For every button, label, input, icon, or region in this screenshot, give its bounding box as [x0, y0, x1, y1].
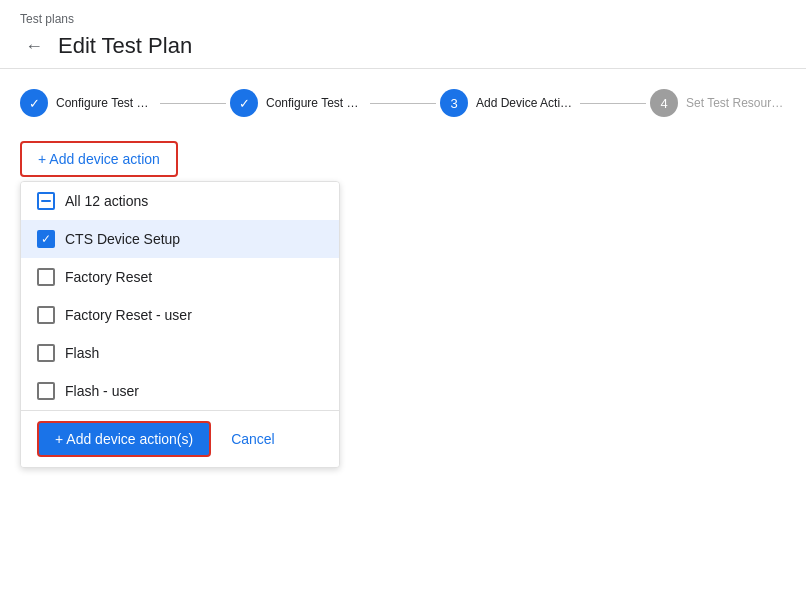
dropdown-scroll-container: All 12 actions ✓ CTS Device Setup Factor…	[21, 182, 339, 410]
cancel-button[interactable]: Cancel	[219, 423, 287, 455]
dropdown-list: All 12 actions ✓ CTS Device Setup Factor…	[21, 182, 339, 410]
item-label-factory-user: Factory Reset - user	[65, 307, 192, 323]
step-4: 4 Set Test Resourc...	[650, 89, 786, 117]
step-4-label: Set Test Resourc...	[686, 96, 786, 110]
checkbox-factory-user	[37, 306, 55, 324]
list-item-factory-user[interactable]: Factory Reset - user	[21, 296, 339, 334]
step-3: 3 Add Device Actio...	[440, 89, 576, 117]
step-1-circle: ✓	[20, 89, 48, 117]
dropdown-panel: All 12 actions ✓ CTS Device Setup Factor…	[20, 181, 340, 468]
step-connector-3	[580, 103, 646, 104]
checkbox-factory	[37, 268, 55, 286]
list-item-flash[interactable]: Flash	[21, 334, 339, 372]
step-connector-1	[160, 103, 226, 104]
stepper: ✓ Configure Test Pl... ✓ Configure Test …	[0, 69, 806, 133]
checkbox-flash	[37, 344, 55, 362]
back-icon: ←	[25, 36, 43, 57]
step-2-icon: ✓	[239, 96, 250, 111]
breadcrumb: Test plans	[20, 12, 786, 26]
step-1-icon: ✓	[29, 96, 40, 111]
dropdown-footer: + Add device action(s) Cancel	[21, 410, 339, 467]
list-item-flash-user[interactable]: Flash - user	[21, 372, 339, 410]
item-label-cts: CTS Device Setup	[65, 231, 180, 247]
back-button[interactable]: ←	[20, 32, 48, 60]
item-label-flash-user: Flash - user	[65, 383, 139, 399]
checkbox-cts: ✓	[37, 230, 55, 248]
step-1: ✓ Configure Test Pl...	[20, 89, 156, 117]
list-item-factory[interactable]: Factory Reset	[21, 258, 339, 296]
add-actions-button[interactable]: + Add device action(s)	[37, 421, 211, 457]
list-item-all[interactable]: All 12 actions	[21, 182, 339, 220]
item-label-flash: Flash	[65, 345, 99, 361]
step-4-number: 4	[660, 96, 667, 111]
checkbox-flash-user	[37, 382, 55, 400]
add-device-action-button[interactable]: + Add device action	[20, 141, 178, 177]
check-icon-cts: ✓	[41, 233, 51, 245]
step-4-circle: 4	[650, 89, 678, 117]
list-item-cts[interactable]: ✓ CTS Device Setup	[21, 220, 339, 258]
step-2-label: Configure Test Ru...	[266, 96, 366, 110]
step-3-circle: 3	[440, 89, 468, 117]
indeterminate-mark	[41, 200, 51, 202]
item-label-factory: Factory Reset	[65, 269, 152, 285]
step-2-circle: ✓	[230, 89, 258, 117]
checkbox-all	[37, 192, 55, 210]
content-area: + Add device action All 12 actions ✓	[0, 133, 806, 488]
page-title: Edit Test Plan	[58, 33, 192, 59]
step-2: ✓ Configure Test Ru...	[230, 89, 366, 117]
step-3-label: Add Device Actio...	[476, 96, 576, 110]
step-1-label: Configure Test Pl...	[56, 96, 156, 110]
item-label-all: All 12 actions	[65, 193, 148, 209]
step-connector-2	[370, 103, 436, 104]
step-3-number: 3	[450, 96, 457, 111]
